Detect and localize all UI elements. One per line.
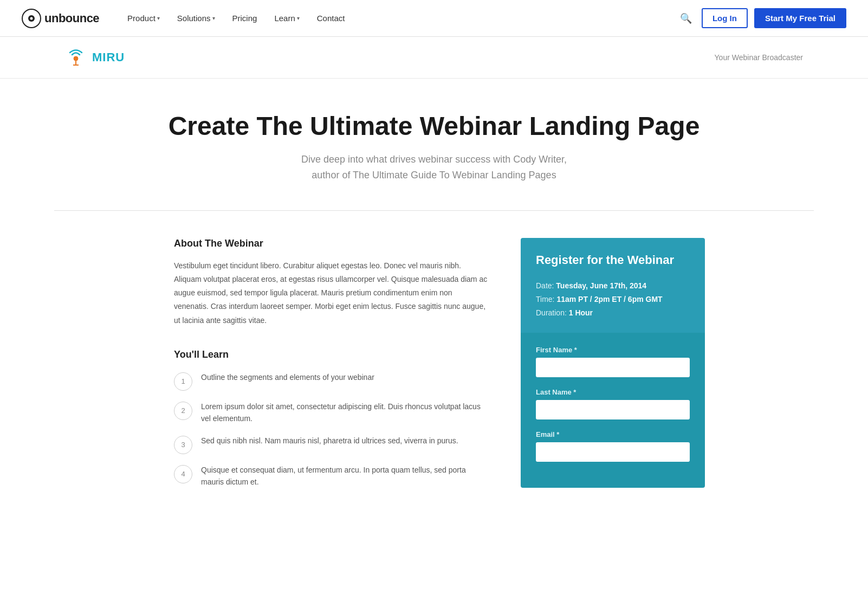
nav-pricing[interactable]: Pricing (226, 9, 264, 27)
learn-list: 1 Outline the segments and elements of y… (174, 371, 488, 488)
nav-product[interactable]: Product ▾ (121, 9, 166, 27)
brand-tagline: Your Webinar Broadcaster (715, 53, 803, 62)
form-group-email: Email * (536, 430, 690, 462)
form-group-lastname: Last Name * (536, 388, 690, 419)
nav-links: Product ▾ Solutions ▾ Pricing Learn ▾ Co… (121, 9, 677, 27)
list-text-1: Outline the segments and elements of you… (201, 371, 374, 383)
hero-title: Create The Ultimate Webinar Landing Page (22, 111, 846, 141)
product-chevron-icon: ▾ (157, 15, 160, 21)
last-name-label: Last Name * (536, 388, 690, 396)
learn-chevron-icon: ▾ (297, 15, 300, 21)
list-num-1: 1 (174, 372, 192, 391)
about-body: Vestibulum eget tincidunt libero. Curabi… (174, 259, 488, 327)
list-text-2: Lorem ipsum dolor sit amet, consectetur … (201, 401, 488, 425)
brand-name: MIRU (92, 50, 125, 64)
list-item: 2 Lorem ipsum dolor sit amet, consectetu… (174, 401, 488, 425)
main-content: About The Webinar Vestibulum eget tincid… (109, 211, 759, 521)
list-item: 4 Quisque et consequat diam, ut fermentu… (174, 464, 488, 488)
learn-title: You'll Learn (174, 349, 488, 360)
email-input[interactable] (536, 442, 690, 462)
nav-learn[interactable]: Learn ▾ (268, 9, 306, 27)
logo[interactable]: unbounce (22, 9, 99, 28)
list-num-3: 3 (174, 436, 192, 454)
email-label: Email * (536, 430, 690, 438)
list-item: 1 Outline the segments and elements of y… (174, 371, 488, 391)
about-title: About The Webinar (174, 238, 488, 249)
list-num-4: 4 (174, 465, 192, 483)
register-time: Time: 11am PT / 2pm ET / 6pm GMT (536, 293, 690, 306)
register-date: Date: Tuesday, June 17th, 2014 (536, 279, 690, 293)
form-group-firstname: First Name * (536, 346, 690, 377)
first-name-label: First Name * (536, 346, 690, 354)
last-name-input[interactable] (536, 400, 690, 419)
trial-button[interactable]: Start My Free Trial (754, 8, 846, 28)
register-title: Register for the Webinar (536, 253, 690, 267)
list-text-4: Quisque et consequat diam, ut fermentum … (201, 464, 488, 488)
logo-text: unbounce (44, 11, 99, 25)
register-details: Date: Tuesday, June 17th, 2014 Time: 11a… (536, 279, 690, 320)
hero-subtitle: Dive deep into what drives webinar succe… (22, 152, 846, 183)
solutions-chevron-icon: ▾ (212, 15, 215, 21)
navbar: unbounce Product ▾ Solutions ▾ Pricing L… (0, 0, 868, 37)
first-name-input[interactable] (536, 358, 690, 377)
svg-point-2 (30, 17, 33, 20)
list-text-3: Sed quis nibh nisl. Nam mauris nisl, pha… (201, 435, 458, 447)
register-panel: Register for the Webinar Date: Tuesday, … (521, 238, 705, 488)
brand-logo-icon (65, 47, 87, 68)
register-duration: Duration: 1 Hour (536, 306, 690, 320)
nav-right: 🔍 Log In Start My Free Trial (677, 8, 846, 28)
nav-solutions[interactable]: Solutions ▾ (171, 9, 222, 27)
login-button[interactable]: Log In (702, 8, 748, 28)
brand-bar: MIRU Your Webinar Broadcaster (0, 37, 868, 79)
brand-left: MIRU (65, 47, 125, 68)
svg-point-3 (74, 56, 78, 61)
search-button[interactable]: 🔍 (677, 9, 695, 28)
content-left: About The Webinar Vestibulum eget tincid… (174, 238, 521, 488)
register-form: First Name * Last Name * Email * (521, 333, 705, 488)
hero-section: Create The Ultimate Webinar Landing Page… (0, 79, 868, 210)
search-icon: 🔍 (680, 13, 692, 24)
nav-contact[interactable]: Contact (310, 9, 352, 27)
list-item: 3 Sed quis nibh nisl. Nam mauris nisl, p… (174, 435, 488, 454)
register-top: Register for the Webinar Date: Tuesday, … (521, 238, 705, 333)
list-num-2: 2 (174, 402, 192, 420)
